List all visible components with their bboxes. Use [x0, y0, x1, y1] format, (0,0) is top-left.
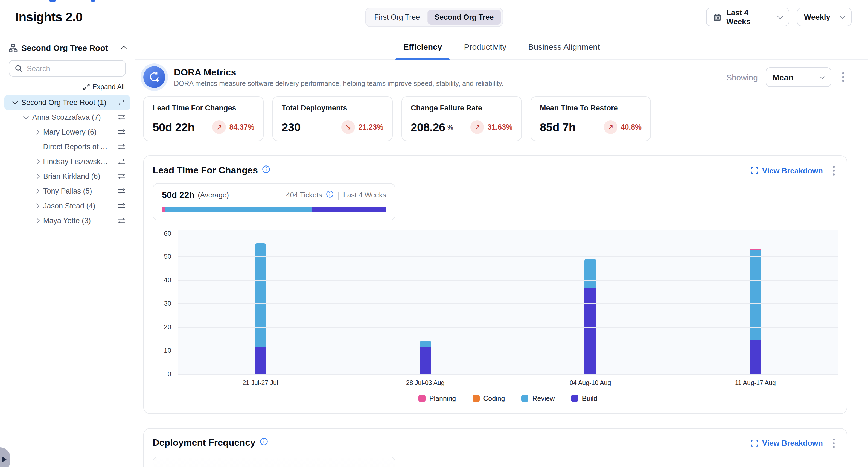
legend-item: Review [521, 395, 555, 402]
org-tree-toggle-option[interactable]: Second Org Tree [428, 9, 501, 24]
top-bar: Insights 2.0 First Org TreeSecond Org Tr… [0, 0, 868, 34]
legend-swatch [472, 395, 479, 402]
bar-segment-build [585, 288, 596, 374]
x-axis-label: 11 Aug-17 Aug [673, 379, 838, 386]
tree-item[interactable]: Anna Scozzafava (7) [4, 110, 130, 125]
deployment-summary-partial [153, 457, 396, 467]
collapse-sidebar-icon[interactable] [121, 46, 127, 52]
tree-item[interactable]: Maya Yette (3) [4, 213, 130, 228]
filter-sliders-icon[interactable] [118, 172, 126, 181]
distribution-segment-review [165, 207, 312, 212]
tree-item[interactable]: Jason Stead (4) [4, 198, 130, 213]
metric-label: Mean Time To Restore [540, 104, 642, 112]
metric-unit: % [447, 123, 453, 131]
lead-time-title: Lead Time For Changes [153, 165, 258, 176]
filter-sliders-icon[interactable] [118, 98, 126, 106]
tree-item[interactable]: Brian Kirkland (6) [4, 169, 130, 184]
metric-label: Total Deployments [282, 104, 383, 112]
org-tree-icon [9, 43, 18, 52]
sidebar-drawer-handle[interactable] [0, 447, 10, 467]
date-range-value: Last 4 Weeks [726, 8, 773, 26]
filter-sliders-icon[interactable] [118, 113, 126, 121]
stacked-bar-28-Jul-03-Aug[interactable] [420, 341, 431, 374]
filter-sliders-icon[interactable] [118, 217, 126, 225]
tab-productivity[interactable]: Productivity [456, 34, 514, 59]
summary-range: Last 4 Weeks [343, 191, 386, 199]
trend-arrow-icon: ↗ [603, 120, 617, 134]
dora-metrics-header: DORA Metrics DORA metrics measure softwa… [143, 66, 847, 88]
sidebar-root-title: Second Org Tree Root [21, 43, 118, 53]
tickets-count: 404 Tickets [286, 191, 322, 199]
lead-time-view-breakdown-button[interactable]: View Breakdown [751, 166, 823, 175]
tree-chevron-icon[interactable] [34, 203, 40, 209]
stacked-bar-11-Aug-17-Aug[interactable] [750, 249, 761, 374]
deployment-kebab-menu[interactable] [830, 436, 838, 450]
metric-delta-badge: ↗ 84.37% [212, 120, 254, 134]
dora-subtitle: DORA metrics measure software delivery p… [174, 80, 503, 87]
expand-corners-icon [751, 167, 758, 174]
legend-item: Coding [472, 395, 505, 402]
tree-item[interactable]: Tony Pallas (5) [4, 184, 130, 198]
delta-percent: 21.23% [358, 123, 383, 131]
lead-time-kebab-menu[interactable] [830, 163, 838, 178]
y-axis-labels: 0102030405060 [153, 230, 178, 375]
filter-sliders-icon[interactable] [118, 187, 126, 195]
tree-item[interactable]: Mary Lowery (6) [4, 125, 130, 139]
filter-sliders-icon[interactable] [118, 157, 126, 166]
tree-chevron-icon[interactable] [23, 114, 29, 119]
stacked-bar-04-Aug-10-Aug[interactable] [585, 258, 596, 374]
info-icon[interactable] [326, 190, 334, 199]
tab-business-alignment[interactable]: Business Alignment [521, 34, 608, 59]
delta-percent: 84.37% [229, 123, 254, 131]
metric-card: Lead Time For Changes 50d 22h ↗ 84.37% [143, 96, 264, 141]
average-value: 50d 22h [162, 190, 194, 200]
info-icon[interactable] [262, 165, 271, 176]
stacked-bar-21-Jul-27-Jul[interactable] [255, 243, 266, 374]
tree-chevron-icon[interactable] [34, 174, 40, 179]
metric-value: 85d 7h [540, 121, 576, 134]
filter-sliders-icon[interactable] [118, 202, 126, 210]
tab-efficiency[interactable]: Efficiency [396, 34, 450, 59]
org-tree-sidebar: Second Org Tree Root Expand All Second O… [0, 34, 135, 467]
tree-chevron-icon[interactable] [34, 159, 39, 164]
dora-kebab-menu[interactable] [839, 70, 847, 84]
bar-segment-build [420, 347, 431, 374]
metric-value: 230 [282, 121, 301, 134]
page-title: Insights 2.0 [15, 9, 83, 24]
org-tree-toggle-option[interactable]: First Org Tree [367, 9, 427, 24]
lead-time-summary: 50d 22h (Average) 404 Tickets | Last 4 W… [153, 183, 396, 220]
tree-chevron-icon[interactable] [34, 218, 40, 223]
legend-label: Build [582, 395, 597, 402]
bar-segment-build [255, 347, 266, 375]
tree-item[interactable]: Direct Reports of A... [4, 139, 130, 154]
tree-chevron-icon[interactable] [34, 129, 40, 135]
granularity-value: Weekly [804, 12, 830, 21]
chart-legend: Planning Coding Review Build [178, 395, 838, 402]
tree-chevron-icon[interactable] [34, 188, 40, 194]
sidebar-search[interactable] [9, 60, 126, 76]
granularity-select[interactable]: Weekly [797, 8, 851, 26]
tree-chevron-icon[interactable] [12, 99, 18, 104]
showing-label: Showing [726, 72, 758, 82]
dora-metric-cards: Lead Time For Changes 50d 22h ↗ 84.37% T… [143, 96, 847, 141]
distribution-segment-planning [162, 207, 165, 212]
expand-all-button[interactable]: Expand All [4, 76, 130, 95]
legend-swatch [521, 395, 528, 402]
metric-value: 50d 22h [153, 121, 195, 134]
filter-sliders-icon[interactable] [118, 143, 126, 151]
deployment-view-breakdown-button[interactable]: View Breakdown [751, 439, 823, 447]
x-axis-label: 28 Jul-03 Aug [343, 379, 508, 386]
filter-sliders-icon[interactable] [118, 128, 126, 136]
date-range-select[interactable]: Last 4 Weeks [706, 8, 789, 26]
aggregation-select[interactable]: Mean [766, 67, 831, 87]
phase-distribution-bar [162, 207, 386, 212]
search-input[interactable] [27, 64, 120, 72]
delta-percent: 40.8% [621, 123, 642, 131]
metric-delta-badge: ↗ 31.63% [470, 120, 513, 134]
tree-item[interactable]: Second Org Tree Root (1) [4, 95, 130, 110]
info-icon[interactable] [260, 438, 268, 449]
org-tree: Second Org Tree Root (1) Anna Scozzafava… [4, 95, 130, 228]
legend-swatch [571, 395, 578, 402]
legend-item: Planning [418, 395, 456, 402]
tree-item[interactable]: Lindsay Liszewski (8) [4, 154, 130, 169]
